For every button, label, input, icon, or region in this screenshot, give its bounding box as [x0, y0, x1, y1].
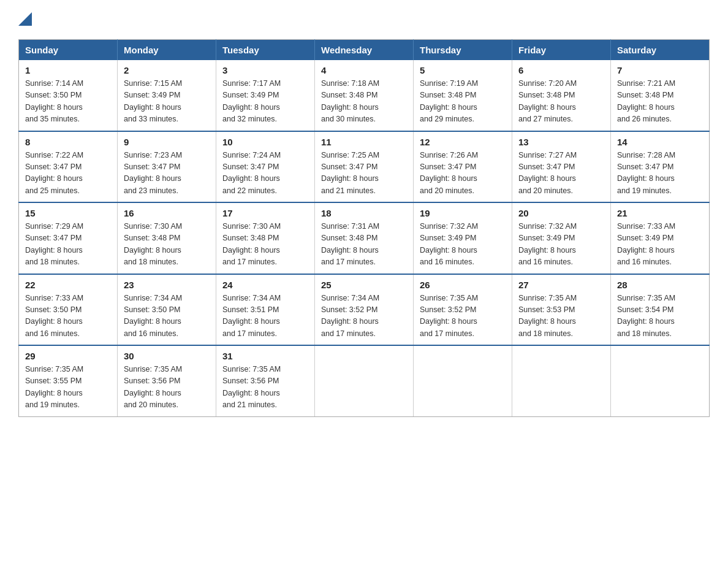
day-number: 17: [222, 208, 308, 218]
day-number: 12: [420, 137, 506, 147]
day-number: 20: [518, 208, 604, 218]
header-tuesday: Tuesday: [216, 40, 315, 61]
day-number: 9: [124, 137, 210, 147]
day-info: Sunrise: 7:33 AM Sunset: 3:50 PM Dayligh…: [25, 293, 111, 340]
calendar-body: 1 Sunrise: 7:14 AM Sunset: 3:50 PM Dayli…: [19, 60, 710, 416]
header-wednesday: Wednesday: [315, 40, 414, 61]
day-number: 29: [25, 351, 111, 361]
day-number: 2: [124, 65, 210, 75]
week-row-1: 1 Sunrise: 7:14 AM Sunset: 3:50 PM Dayli…: [19, 60, 710, 131]
calendar-cell: 10 Sunrise: 7:24 AM Sunset: 3:47 PM Dayl…: [216, 131, 315, 203]
day-number: 23: [124, 280, 210, 290]
day-info: Sunrise: 7:35 AM Sunset: 3:53 PM Dayligh…: [518, 293, 604, 340]
calendar-cell: 6 Sunrise: 7:20 AM Sunset: 3:48 PM Dayli…: [512, 60, 611, 131]
calendar-cell: 7 Sunrise: 7:21 AM Sunset: 3:48 PM Dayli…: [611, 60, 710, 131]
header-monday: Monday: [118, 40, 216, 61]
day-number: 27: [518, 280, 604, 290]
day-info: Sunrise: 7:20 AM Sunset: 3:48 PM Dayligh…: [518, 78, 604, 126]
day-info: Sunrise: 7:26 AM Sunset: 3:47 PM Dayligh…: [420, 150, 506, 197]
calendar-cell: 17 Sunrise: 7:30 AM Sunset: 3:48 PM Dayl…: [216, 202, 315, 274]
calendar-cell: 19 Sunrise: 7:32 AM Sunset: 3:49 PM Dayl…: [414, 202, 512, 274]
day-number: 30: [124, 351, 210, 361]
day-info: Sunrise: 7:23 AM Sunset: 3:47 PM Dayligh…: [124, 150, 210, 197]
calendar-cell: [414, 345, 512, 416]
calendar-cell: 24 Sunrise: 7:34 AM Sunset: 3:51 PM Dayl…: [216, 274, 315, 346]
calendar-cell: 16 Sunrise: 7:30 AM Sunset: 3:48 PM Dayl…: [118, 202, 216, 274]
day-number: 1: [25, 65, 111, 75]
day-info: Sunrise: 7:34 AM Sunset: 3:51 PM Dayligh…: [222, 293, 308, 340]
day-info: Sunrise: 7:30 AM Sunset: 3:48 PM Dayligh…: [222, 221, 308, 269]
calendar-cell: 4 Sunrise: 7:18 AM Sunset: 3:48 PM Dayli…: [315, 60, 414, 131]
day-info: Sunrise: 7:35 AM Sunset: 3:56 PM Dayligh…: [222, 364, 308, 412]
header-friday: Friday: [512, 40, 611, 61]
day-number: 24: [222, 280, 308, 290]
calendar-cell: 31 Sunrise: 7:35 AM Sunset: 3:56 PM Dayl…: [216, 345, 315, 416]
day-number: 10: [222, 137, 308, 147]
page-header: [18, 12, 710, 27]
calendar-cell: 29 Sunrise: 7:35 AM Sunset: 3:55 PM Dayl…: [19, 345, 118, 416]
calendar-table: SundayMondayTuesdayWednesdayThursdayFrid…: [18, 39, 710, 417]
calendar-cell: 14 Sunrise: 7:28 AM Sunset: 3:47 PM Dayl…: [611, 131, 710, 203]
calendar-cell: [611, 345, 710, 416]
day-info: Sunrise: 7:34 AM Sunset: 3:50 PM Dayligh…: [124, 293, 210, 340]
day-number: 11: [321, 137, 407, 147]
day-info: Sunrise: 7:35 AM Sunset: 3:55 PM Dayligh…: [25, 364, 111, 412]
day-info: Sunrise: 7:15 AM Sunset: 3:49 PM Dayligh…: [124, 78, 210, 126]
calendar-cell: 9 Sunrise: 7:23 AM Sunset: 3:47 PM Dayli…: [118, 131, 216, 203]
day-number: 31: [222, 351, 308, 361]
header-thursday: Thursday: [414, 40, 512, 61]
week-row-2: 8 Sunrise: 7:22 AM Sunset: 3:47 PM Dayli…: [19, 131, 710, 203]
calendar-cell: 27 Sunrise: 7:35 AM Sunset: 3:53 PM Dayl…: [512, 274, 611, 346]
svg-marker-0: [18, 12, 32, 26]
day-info: Sunrise: 7:32 AM Sunset: 3:49 PM Dayligh…: [420, 221, 506, 269]
calendar-cell: 13 Sunrise: 7:27 AM Sunset: 3:47 PM Dayl…: [512, 131, 611, 203]
calendar-cell: 23 Sunrise: 7:34 AM Sunset: 3:50 PM Dayl…: [118, 274, 216, 346]
day-number: 4: [321, 65, 407, 75]
day-info: Sunrise: 7:28 AM Sunset: 3:47 PM Dayligh…: [617, 150, 703, 197]
day-number: 5: [420, 65, 506, 75]
week-row-3: 15 Sunrise: 7:29 AM Sunset: 3:47 PM Dayl…: [19, 202, 710, 274]
header-row: SundayMondayTuesdayWednesdayThursdayFrid…: [19, 40, 710, 61]
day-info: Sunrise: 7:19 AM Sunset: 3:48 PM Dayligh…: [420, 78, 506, 126]
week-row-5: 29 Sunrise: 7:35 AM Sunset: 3:55 PM Dayl…: [19, 345, 710, 416]
day-info: Sunrise: 7:34 AM Sunset: 3:52 PM Dayligh…: [321, 293, 407, 340]
logo: [18, 12, 32, 27]
day-info: Sunrise: 7:35 AM Sunset: 3:56 PM Dayligh…: [124, 364, 210, 412]
calendar-cell: 8 Sunrise: 7:22 AM Sunset: 3:47 PM Dayli…: [19, 131, 118, 203]
calendar-cell: 30 Sunrise: 7:35 AM Sunset: 3:56 PM Dayl…: [118, 345, 216, 416]
logo-icon: [18, 12, 32, 26]
day-info: Sunrise: 7:14 AM Sunset: 3:50 PM Dayligh…: [25, 78, 111, 126]
day-number: 18: [321, 208, 407, 218]
day-number: 7: [617, 65, 703, 75]
day-number: 6: [518, 65, 604, 75]
calendar-cell: 22 Sunrise: 7:33 AM Sunset: 3:50 PM Dayl…: [19, 274, 118, 346]
day-info: Sunrise: 7:27 AM Sunset: 3:47 PM Dayligh…: [518, 150, 604, 197]
day-info: Sunrise: 7:31 AM Sunset: 3:48 PM Dayligh…: [321, 221, 407, 269]
day-number: 26: [420, 280, 506, 290]
day-info: Sunrise: 7:22 AM Sunset: 3:47 PM Dayligh…: [25, 150, 111, 197]
week-row-4: 22 Sunrise: 7:33 AM Sunset: 3:50 PM Dayl…: [19, 274, 710, 346]
day-number: 3: [222, 65, 308, 75]
day-number: 22: [25, 280, 111, 290]
calendar-cell: 28 Sunrise: 7:35 AM Sunset: 3:54 PM Dayl…: [611, 274, 710, 346]
calendar-cell: 20 Sunrise: 7:32 AM Sunset: 3:49 PM Dayl…: [512, 202, 611, 274]
day-number: 16: [124, 208, 210, 218]
day-number: 14: [617, 137, 703, 147]
calendar-cell: 12 Sunrise: 7:26 AM Sunset: 3:47 PM Dayl…: [414, 131, 512, 203]
day-number: 21: [617, 208, 703, 218]
calendar-cell: 18 Sunrise: 7:31 AM Sunset: 3:48 PM Dayl…: [315, 202, 414, 274]
day-info: Sunrise: 7:24 AM Sunset: 3:47 PM Dayligh…: [222, 150, 308, 197]
calendar-cell: 11 Sunrise: 7:25 AM Sunset: 3:47 PM Dayl…: [315, 131, 414, 203]
day-info: Sunrise: 7:32 AM Sunset: 3:49 PM Dayligh…: [518, 221, 604, 269]
calendar-cell: 2 Sunrise: 7:15 AM Sunset: 3:49 PM Dayli…: [118, 60, 216, 131]
day-number: 15: [25, 208, 111, 218]
calendar-cell: 5 Sunrise: 7:19 AM Sunset: 3:48 PM Dayli…: [414, 60, 512, 131]
day-number: 19: [420, 208, 506, 218]
calendar-cell: [512, 345, 611, 416]
calendar-cell: 15 Sunrise: 7:29 AM Sunset: 3:47 PM Dayl…: [19, 202, 118, 274]
day-number: 28: [617, 280, 703, 290]
calendar-cell: [315, 345, 414, 416]
day-info: Sunrise: 7:35 AM Sunset: 3:54 PM Dayligh…: [617, 293, 703, 340]
day-info: Sunrise: 7:35 AM Sunset: 3:52 PM Dayligh…: [420, 293, 506, 340]
day-number: 8: [25, 137, 111, 147]
